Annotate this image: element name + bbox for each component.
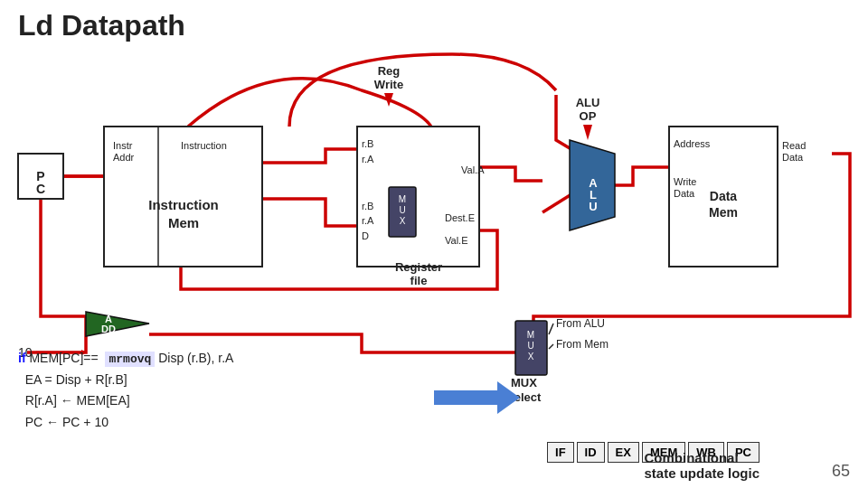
- svg-text:C: C: [36, 182, 45, 196]
- svg-marker-12: [86, 312, 149, 336]
- svg-text:U: U: [399, 205, 405, 215]
- svg-text:Instr: Instr: [113, 140, 133, 151]
- svg-text:Addr: Addr: [113, 152, 135, 163]
- svg-line-54: [549, 324, 553, 334]
- svg-text:M: M: [399, 194, 406, 204]
- svg-text:Instruction: Instruction: [148, 197, 219, 212]
- if-keyword: if: [18, 351, 26, 365]
- svg-text:From Mem: From Mem: [556, 338, 609, 351]
- svg-text:Write: Write: [674, 176, 696, 187]
- svg-text:Mem: Mem: [168, 215, 199, 230]
- if-condition: MEM[PC]==: [29, 351, 101, 365]
- svg-text:Address: Address: [674, 138, 711, 149]
- svg-text:file: file: [410, 274, 428, 287]
- operands: Disp (r.B), r.A: [158, 351, 233, 365]
- rmem-line: R[r.A] ← MEM[EA]: [18, 390, 233, 412]
- svg-text:M: M: [527, 330, 534, 340]
- svg-text:DD: DD: [101, 324, 116, 334]
- svg-text:Val.E: Val.E: [445, 235, 467, 246]
- svg-text:Val.A: Val.A: [461, 164, 485, 175]
- stage-id: ID: [577, 442, 605, 463]
- stage-if: IF: [547, 442, 574, 463]
- svg-text:Data: Data: [674, 188, 695, 199]
- svg-text:r.B: r.B: [362, 201, 373, 211]
- instruction-text: if MEM[PC]== mrmovq Disp (r.B), r.A EA =…: [18, 348, 233, 434]
- svg-text:X: X: [400, 216, 406, 226]
- comb-label: Combinational state update logic: [644, 450, 760, 481]
- svg-marker-58: [434, 381, 520, 414]
- svg-line-55: [549, 344, 553, 349]
- page-number: 65: [832, 462, 850, 481]
- ea-line: EA = Disp + R[r.B]: [18, 370, 233, 391]
- svg-text:Register: Register: [395, 260, 442, 274]
- svg-text:MUX: MUX: [511, 376, 537, 389]
- svg-text:Write: Write: [374, 78, 403, 91]
- stage-ex: EX: [608, 442, 639, 463]
- svg-text:D: D: [362, 230, 369, 241]
- svg-text:U: U: [589, 200, 597, 213]
- svg-text:r.B: r.B: [362, 138, 373, 149]
- svg-text:Data: Data: [782, 152, 804, 163]
- svg-text:Data: Data: [710, 189, 738, 203]
- svg-marker-36: [583, 125, 592, 140]
- svg-text:Read: Read: [782, 140, 806, 151]
- svg-text:Reg: Reg: [378, 64, 401, 78]
- svg-text:From ALU: From ALU: [556, 317, 605, 330]
- svg-text:Instruction: Instruction: [181, 140, 227, 151]
- svg-text:r.A: r.A: [362, 215, 374, 226]
- svg-text:OP: OP: [580, 109, 597, 123]
- svg-text:Dest.E: Dest.E: [445, 212, 475, 223]
- opcode: mrmovq: [105, 352, 155, 367]
- svg-text:Mem: Mem: [709, 205, 738, 220]
- svg-text:r.A: r.A: [362, 154, 374, 164]
- pc-line: PC ← PC + 10: [18, 412, 233, 434]
- svg-text:U: U: [527, 341, 533, 351]
- svg-text:ALU: ALU: [576, 96, 600, 109]
- svg-text:X: X: [528, 352, 534, 361]
